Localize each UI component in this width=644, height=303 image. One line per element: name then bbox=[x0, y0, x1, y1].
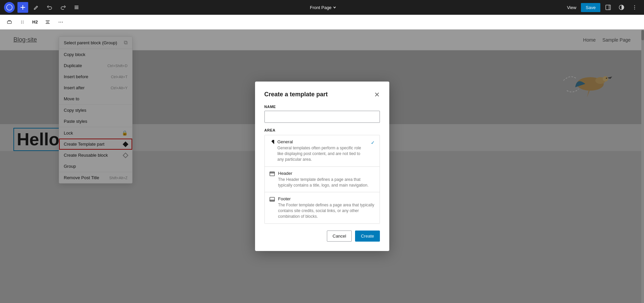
canvas-area: Blog-site Home Sample Page bbox=[0, 30, 644, 303]
header-area-desc: The Header template defines a page area … bbox=[278, 177, 375, 188]
redo-button[interactable] bbox=[58, 3, 68, 12]
undo-button[interactable] bbox=[44, 3, 55, 12]
create-button[interactable]: Create bbox=[355, 231, 380, 242]
align-button[interactable] bbox=[43, 18, 53, 27]
svg-point-14 bbox=[23, 22, 23, 22]
svg-rect-17 bbox=[46, 22, 49, 22]
svg-rect-2 bbox=[75, 8, 79, 9]
name-input[interactable] bbox=[264, 111, 380, 123]
name-field-label: NAME bbox=[264, 105, 380, 109]
svg-rect-0 bbox=[75, 6, 79, 6]
svg-rect-26 bbox=[271, 140, 274, 144]
wp-logo[interactable] bbox=[4, 2, 15, 13]
toolbar-right: View Save bbox=[564, 2, 640, 12]
top-toolbar: Front Page View Save bbox=[0, 0, 644, 15]
edit-tool-button[interactable] bbox=[31, 3, 42, 12]
svg-point-11 bbox=[21, 22, 22, 22]
more-options-button[interactable] bbox=[629, 3, 640, 12]
svg-rect-1 bbox=[75, 7, 79, 8]
svg-point-7 bbox=[634, 7, 635, 8]
second-toolbar: H2 bbox=[0, 15, 644, 30]
block-options-button[interactable] bbox=[55, 17, 66, 27]
svg-rect-9 bbox=[7, 21, 11, 23]
general-area-checkmark: ✓ bbox=[371, 140, 375, 145]
area-option-header[interactable]: Header The Header template defines a pag… bbox=[265, 167, 380, 193]
cancel-button[interactable]: Cancel bbox=[327, 231, 352, 242]
modal-close-button[interactable]: ✕ bbox=[374, 91, 380, 98]
list-view-button[interactable] bbox=[71, 3, 82, 12]
contrast-toggle[interactable] bbox=[616, 2, 627, 12]
modal-header: Create a template part ✕ bbox=[264, 91, 380, 98]
heading-level-badge: H2 bbox=[30, 19, 40, 25]
svg-point-6 bbox=[634, 5, 635, 6]
svg-point-15 bbox=[23, 23, 23, 23]
modal-overlay[interactable]: Create a template part ✕ NAME AREA Gener… bbox=[0, 30, 644, 303]
toggle-sidebar-button[interactable] bbox=[602, 2, 614, 12]
drag-handle[interactable] bbox=[17, 18, 28, 27]
general-area-desc: General templates often perform a specif… bbox=[278, 145, 367, 162]
area-options: General General templates often perform … bbox=[264, 135, 380, 223]
area-option-general[interactable]: General General templates often perform … bbox=[265, 135, 380, 166]
transform-block-button[interactable] bbox=[4, 17, 15, 27]
footer-area-title: Footer bbox=[278, 196, 291, 201]
svg-point-19 bbox=[58, 21, 59, 22]
save-button[interactable]: Save bbox=[581, 3, 600, 12]
modal-title: Create a template part bbox=[264, 91, 328, 98]
svg-point-21 bbox=[62, 21, 62, 22]
svg-rect-16 bbox=[46, 20, 50, 21]
general-area-icon bbox=[269, 140, 274, 146]
svg-point-20 bbox=[60, 21, 61, 22]
svg-point-12 bbox=[21, 23, 22, 23]
create-template-part-modal: Create a template part ✕ NAME AREA Gener… bbox=[255, 82, 389, 251]
svg-rect-18 bbox=[46, 23, 50, 24]
svg-point-8 bbox=[634, 9, 635, 9]
general-area-title: General bbox=[278, 139, 293, 144]
modal-footer: Cancel Create bbox=[264, 231, 380, 242]
footer-area-desc: The Footer template defines a page area … bbox=[278, 202, 375, 219]
add-block-button[interactable] bbox=[17, 2, 28, 13]
page-title[interactable]: Front Page bbox=[310, 5, 336, 10]
view-button[interactable]: View bbox=[564, 3, 579, 12]
footer-area-icon bbox=[269, 197, 275, 203]
svg-point-13 bbox=[23, 20, 23, 21]
toolbar-center: Front Page bbox=[85, 5, 561, 10]
area-field-label: AREA bbox=[264, 128, 380, 132]
area-option-footer[interactable]: Footer The Footer template defines a pag… bbox=[265, 192, 380, 223]
header-area-icon bbox=[269, 171, 275, 178]
svg-rect-3 bbox=[606, 5, 610, 10]
svg-point-10 bbox=[21, 20, 22, 21]
header-area-title: Header bbox=[278, 171, 293, 176]
